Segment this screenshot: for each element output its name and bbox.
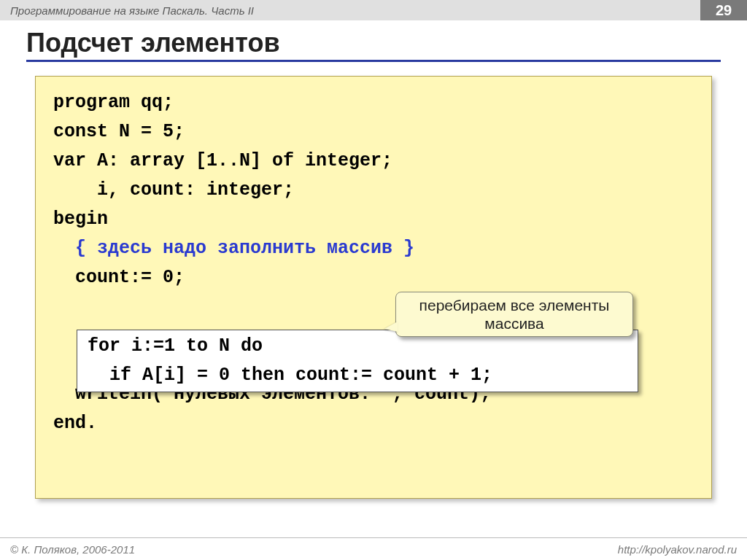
code-line: end. xyxy=(53,409,694,438)
footer-url: http://kpolyakov.narod.ru xyxy=(618,543,737,556)
code-line: count:= 0; xyxy=(53,263,694,292)
slide-title: Подсчет элементов xyxy=(26,28,721,62)
callout-bubble: перебираем все элементы массива xyxy=(395,292,633,337)
code-block: program qq; const N = 5; var A: array [1… xyxy=(35,76,712,499)
code-line: const N = 5; xyxy=(53,117,694,147)
code-line: { здесь надо заполнить массив } xyxy=(53,234,694,263)
course-title: Программирование на языке Паскаль. Часть… xyxy=(10,4,254,17)
code-line: begin xyxy=(53,205,694,234)
code-line: i, count: integer; xyxy=(53,176,694,205)
footer-copyright: © К. Поляков, 2006-2011 xyxy=(10,543,135,556)
highlighted-code-box: for i:=1 to N do if A[i] = 0 then count:… xyxy=(77,330,638,392)
slide-footer: © К. Поляков, 2006-2011 http://kpolyakov… xyxy=(0,537,747,560)
slide-header: Программирование на языке Паскаль. Часть… xyxy=(0,0,747,20)
code-line: if A[i] = 0 then count:= count + 1; xyxy=(88,361,627,390)
code-comment: { здесь надо заполнить массив } xyxy=(75,238,414,259)
code-line: var A: array [1..N] of integer; xyxy=(53,147,694,176)
code-line: program qq; xyxy=(53,88,694,117)
callout-text: перебираем все элементы массива xyxy=(402,296,627,332)
page-number: 29 xyxy=(700,0,747,20)
slide: Программирование на языке Паскаль. Часть… xyxy=(0,0,747,560)
